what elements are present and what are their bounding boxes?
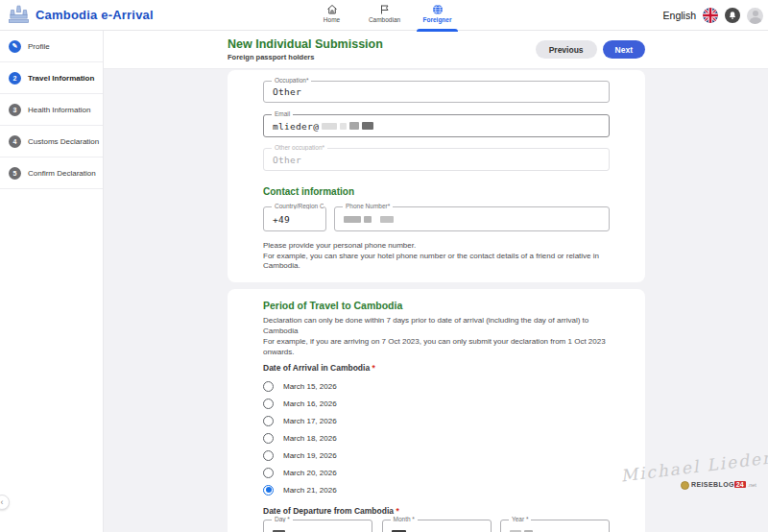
arrival-date-option-selected[interactable]: March 21, 2026 [263,481,610,498]
departure-year-select[interactable]: Year * [500,520,610,532]
field-label: Year * [509,516,531,522]
step-number-badge: 5 [9,167,21,180]
form-content-area: Occupation* Other Email mlieder@ Other o… [104,69,768,532]
field-value: mlieder@ [264,121,373,132]
country-code-field[interactable]: Country/Region Co +49 [263,206,326,231]
redacted-text [322,123,337,130]
arrival-date-label: Date of Arrival in Cambodia * [263,363,610,373]
step-label: Travel Information [28,74,94,83]
field-label: Occupation* [272,77,311,84]
radio-label: March 19, 2026 [283,451,337,460]
tab-cambodian[interactable]: Cambodian [359,1,410,31]
tab-label: Home [306,16,357,23]
arrival-date-option[interactable]: March 18, 2026 [263,429,610,447]
radio-unchecked-icon [263,381,274,392]
departure-day-select[interactable]: Day * [263,520,372,532]
phone-number-field[interactable]: Phone Number* [334,206,610,231]
angkor-temple-logo-icon [8,4,30,26]
radio-label: March 17, 2026 [283,417,337,425]
profile-contact-card: Occupation* Other Email mlieder@ Other o… [228,70,645,282]
field-value: Other [264,155,301,165]
tab-label: Cambodian [359,16,410,23]
step-number-badge: 4 [9,135,21,148]
field-value: +49 [264,214,290,225]
radio-unchecked-icon [263,399,274,409]
email-field[interactable]: Email mlieder@ [263,114,610,137]
radio-unchecked-icon [263,416,274,426]
page-header: New Individual Submission Foreign passpo… [104,31,768,69]
radio-unchecked-icon [263,433,274,444]
nav-tabs: Home Cambodian Foreigner [306,1,463,31]
period-of-travel-heading: Period of Travel to Cambodia [263,300,610,311]
phone-row: Country/Region Co +49 Phone Number* [263,206,610,231]
flag-icon [379,4,391,15]
arrival-date-radio-group: March 15, 2026 March 16, 2026 March 17, … [263,377,610,498]
other-occupation-field: Other occupation* Other [263,148,610,171]
arrival-date-option[interactable]: March 17, 2026 [263,412,610,429]
step-label: Confirm Declaration [28,169,96,178]
form-navigation-actions: Previous Next [536,40,645,59]
contact-information-heading: Contact information [263,186,610,197]
required-asterisk: * [396,506,398,516]
notification-bell-icon[interactable] [725,8,740,23]
step-label: Customs Declaration [28,137,99,146]
field-label: Day * [272,516,293,522]
radio-label: March 15, 2026 [283,382,337,391]
radio-unchecked-icon [263,450,274,461]
departure-date-label: Date of Departure from Cambodia * [263,506,610,516]
sidebar-item-profile[interactable]: ✎ Profile [0,31,103,62]
top-navigation-bar: Cambodia e-Arrival Home Cambodian [0,0,768,31]
tab-home[interactable]: Home [306,1,357,31]
step-number-badge: 2 [9,72,21,85]
sidebar-item-confirm-declaration[interactable]: 5 Confirm Declaration [0,157,103,189]
radio-checked-icon [263,485,274,496]
radio-label: March 18, 2026 [283,434,337,443]
radio-unchecked-icon [263,468,274,478]
title-block: New Individual Submission Foreign passpo… [228,37,383,61]
radio-label: March 20, 2026 [283,469,337,477]
sidebar-item-customs-declaration[interactable]: 4 Customs Declaration [0,126,103,157]
step-label: Health Information [28,106,90,114]
arrival-date-option[interactable]: March 20, 2026 [263,464,610,481]
cambodia-earrival-app: Cambodia e-Arrival Home Cambodian [0,0,768,532]
step-label: Profile [28,42,50,51]
watermark-logo: REISEBLOG 24 .net [681,481,756,490]
departure-month-select[interactable]: Month * [382,520,492,532]
field-value: Other [264,86,301,97]
home-icon [326,4,338,15]
page-subtitle: Foreign passport holders [228,53,383,61]
arrival-date-option[interactable]: March 19, 2026 [263,447,610,464]
next-button[interactable]: Next [603,40,645,59]
watermark-coin-icon [681,481,689,490]
page-title: New Individual Submission [228,37,383,51]
declaration-note-text: Declaration can only be done within 7 da… [263,315,610,357]
sidebar-item-travel-information[interactable]: 2 Travel Information [0,62,103,94]
user-avatar[interactable] [747,8,763,24]
language-label[interactable]: English [663,10,696,21]
edit-pencil-icon: ✎ [9,40,21,53]
uk-flag-icon[interactable] [703,8,718,23]
brand: Cambodia e-Arrival [8,4,154,26]
field-label: Other occupation* [272,144,327,151]
field-label: Month * [391,516,418,522]
field-label: Country/Region Co [272,203,324,209]
occupation-field[interactable]: Occupation* Other [263,81,610,103]
departure-date-selects: Day * Month * Year * [263,520,610,532]
sidebar-item-health-information[interactable]: 3 Health Information [0,94,103,126]
radio-label: March 21, 2026 [283,486,337,495]
redacted-text [364,216,372,223]
field-label: Phone Number* [343,203,393,209]
redacted-text [344,216,361,223]
topbar-right-controls: English [663,0,763,31]
redacted-text [380,216,394,223]
field-label: Email [272,110,293,117]
previous-button[interactable]: Previous [536,40,597,59]
tab-label: Foreigner [412,16,463,23]
phone-help-text: Please provide your personal phone numbe… [263,241,610,272]
step-number-badge: 3 [9,104,21,116]
steps-sidebar: ✎ Profile 2 Travel Information 3 Health … [0,31,104,532]
globe-icon [432,4,444,15]
tab-foreigner[interactable]: Foreigner [412,1,463,31]
arrival-date-option[interactable]: March 16, 2026 [263,395,610,412]
arrival-date-option[interactable]: March 15, 2026 [263,377,610,395]
